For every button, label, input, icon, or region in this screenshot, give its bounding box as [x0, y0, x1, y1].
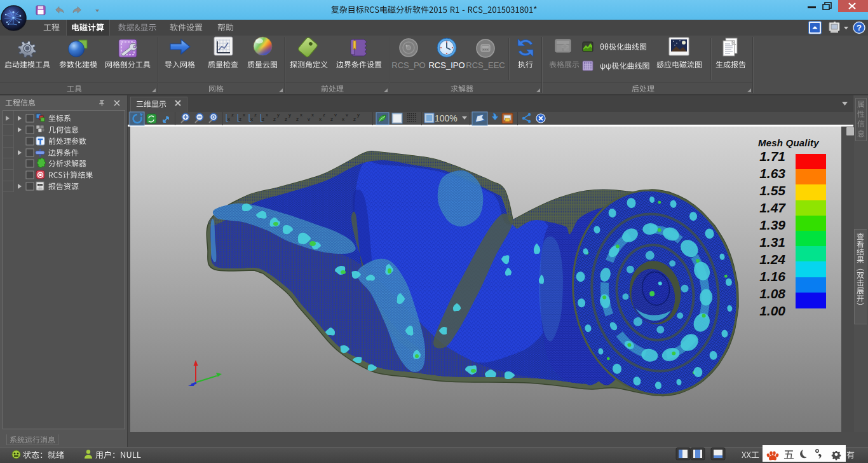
svg-text:RCS_PO: RCS_PO [391, 60, 425, 70]
svg-text:RCS_IPO: RCS_IPO [428, 60, 465, 70]
svg-text:RCS_EEC: RCS_EEC [466, 60, 505, 70]
